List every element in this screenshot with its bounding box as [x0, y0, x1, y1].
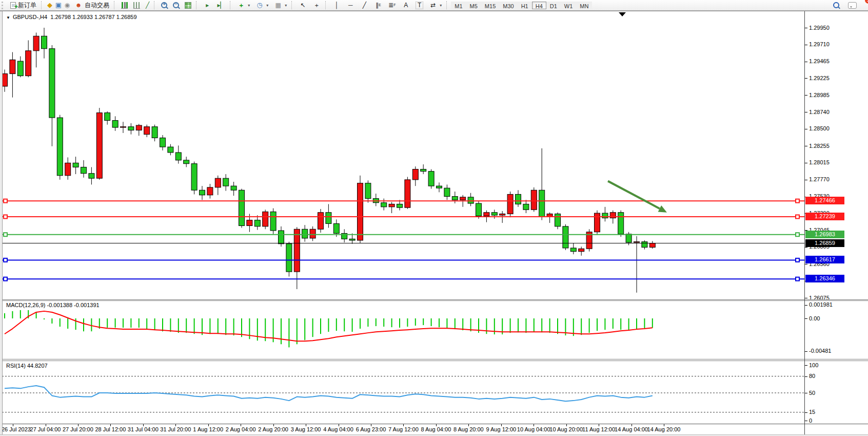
candle-bearish[interactable] [128, 127, 134, 130]
timeframe-m1-button[interactable]: M1 [451, 2, 466, 9]
candle-bullish[interactable] [358, 183, 363, 240]
candle-bearish[interactable] [523, 204, 529, 210]
candle-bullish[interactable] [405, 180, 410, 207]
line-chart-button[interactable]: ╱ [143, 1, 152, 10]
candle-bearish[interactable] [184, 160, 189, 164]
arrows-button[interactable]: ⇄▾ [426, 1, 444, 10]
chevron-down-icon[interactable]: ▼ [6, 15, 10, 20]
candle-bearish[interactable] [175, 153, 181, 160]
candle-bearish[interactable] [326, 213, 331, 224]
zoom-out-button[interactable]: − [170, 1, 182, 10]
candle-bearish[interactable] [42, 36, 47, 48]
candle-bullish[interactable] [33, 36, 39, 51]
macd-panel-canvas[interactable] [0, 301, 804, 359]
candle-bullish[interactable] [26, 51, 31, 76]
candle-bearish[interactable] [112, 121, 118, 128]
candle-bullish[interactable] [310, 229, 315, 238]
text-button[interactable]: A [399, 1, 412, 10]
candle-bearish[interactable] [468, 197, 474, 203]
candle-bearish[interactable] [286, 244, 292, 272]
indicators-button[interactable]: ＋▾ [234, 1, 252, 10]
candle-bearish[interactable] [397, 204, 403, 207]
candle-bullish[interactable] [389, 204, 394, 206]
data-window-icon[interactable]: ▣ [54, 1, 63, 9]
line-anchor-handle[interactable] [4, 258, 7, 262]
timeframe-m5-button[interactable]: M5 [466, 2, 481, 9]
notifications-button[interactable]: 1 [845, 1, 859, 10]
line-anchor-handle[interactable] [796, 277, 799, 281]
auto-trading-button[interactable]: ☻ 自动交易 [72, 1, 112, 10]
zoom-in-button[interactable]: + [159, 1, 170, 10]
line-anchor-handle[interactable] [4, 215, 7, 218]
timeframe-w1-button[interactable]: W1 [561, 2, 577, 9]
panel-separator-rsi[interactable] [0, 359, 868, 361]
candle-bullish[interactable] [144, 127, 150, 135]
signal-icon[interactable]: ◉ [63, 1, 71, 9]
candle-bullish[interactable] [460, 197, 466, 200]
bar-chart-button[interactable] [131, 1, 143, 10]
candle-bearish[interactable] [89, 174, 94, 179]
candle-bearish[interactable] [437, 186, 442, 188]
equidistant-channel-button[interactable]: ∥E [371, 1, 385, 10]
candle-bullish[interactable] [121, 127, 126, 127]
candle-bullish[interactable] [96, 113, 102, 179]
candle-bearish[interactable] [642, 242, 647, 248]
candle-bullish[interactable] [634, 242, 640, 242]
crosshair-button[interactable]: ＋ [310, 1, 323, 10]
candle-bearish[interactable] [223, 178, 229, 186]
line-anchor-handle[interactable] [4, 233, 7, 236]
candle-bearish[interactable] [105, 113, 110, 121]
candle-bearish[interactable] [160, 138, 166, 147]
chart-shift-marker[interactable] [619, 12, 626, 16]
candle-bearish[interactable] [168, 147, 173, 153]
timeframe-d1-button[interactable]: D1 [546, 2, 561, 9]
candle-bullish[interactable] [507, 194, 513, 214]
line-anchor-handle[interactable] [796, 258, 799, 262]
candle-bearish[interactable] [570, 248, 576, 252]
candle-bullish[interactable] [2, 74, 8, 86]
candle-bearish[interactable] [516, 194, 521, 204]
candle-bearish[interactable] [491, 213, 497, 215]
rsi-panel-canvas[interactable] [0, 361, 804, 424]
line-anchor-handle[interactable] [796, 233, 799, 236]
candle-bearish[interactable] [191, 164, 197, 191]
candle-bullish[interactable] [294, 229, 300, 272]
text-label-button[interactable]: T [413, 1, 426, 10]
candlestick-chart-button[interactable] [119, 1, 130, 10]
candle-bearish[interactable] [57, 118, 63, 176]
candle-bullish[interactable] [531, 190, 537, 210]
candle-bearish[interactable] [254, 220, 260, 226]
candle-bearish[interactable] [602, 213, 608, 218]
candle-bullish[interactable] [207, 187, 213, 195]
timeframe-m30-button[interactable]: M30 [499, 2, 517, 9]
candle-bearish[interactable] [555, 214, 561, 226]
candle-bearish[interactable] [270, 212, 276, 231]
panel-separator-macd[interactable] [0, 299, 868, 301]
chart-shift-button[interactable]: ▸▏ [214, 1, 228, 10]
templates-button[interactable]: ▦▾ [271, 1, 289, 10]
candle-bearish[interactable] [279, 231, 284, 244]
candle-bearish[interactable] [618, 213, 624, 234]
line-anchor-handle[interactable] [796, 215, 799, 218]
candle-bullish[interactable] [247, 220, 252, 226]
toolbar-drag-handle[interactable] [2, 2, 6, 9]
candle-bearish[interactable] [200, 190, 205, 195]
candle-bullish[interactable] [412, 169, 418, 180]
candle-bullish[interactable] [500, 214, 505, 215]
line-anchor-handle[interactable] [4, 277, 7, 281]
fibonacci-button[interactable]: ≣F [385, 1, 399, 10]
candle-bearish[interactable] [49, 49, 55, 118]
candle-bearish[interactable] [152, 127, 157, 138]
search-button[interactable] [831, 1, 842, 10]
market-watch-icon[interactable]: ◆ [46, 1, 54, 9]
candle-bearish[interactable] [239, 190, 245, 225]
candle-bearish[interactable] [17, 61, 23, 76]
candle-bearish[interactable] [452, 196, 458, 200]
candle-bearish[interactable] [476, 203, 482, 216]
candle-bullish[interactable] [318, 213, 324, 230]
candle-bearish[interactable] [302, 229, 308, 238]
periods-button[interactable]: ◷▾ [253, 1, 271, 10]
tile-windows-button[interactable] [182, 1, 194, 10]
price-chart-canvas[interactable] [0, 11, 804, 299]
timeframe-mn-button[interactable]: MN [576, 2, 592, 9]
